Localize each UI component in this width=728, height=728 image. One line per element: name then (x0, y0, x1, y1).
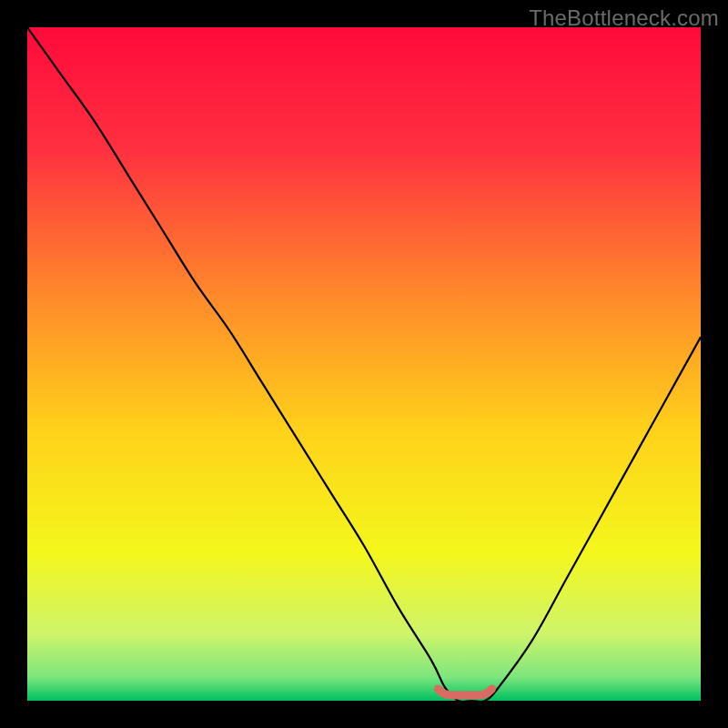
watermark-text: TheBottleneck.com (529, 5, 719, 31)
chart-area (27, 27, 701, 701)
gradient-background (27, 27, 701, 701)
svg-rect-0 (27, 27, 701, 701)
